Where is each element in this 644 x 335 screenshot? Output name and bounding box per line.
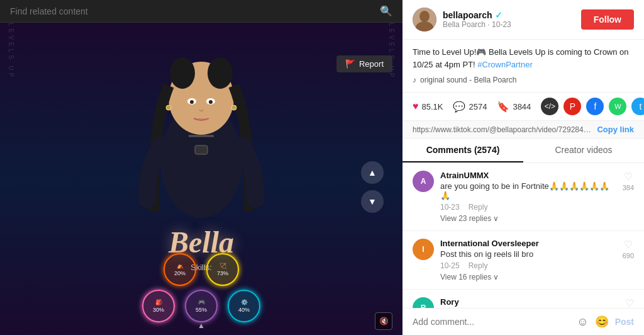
skill-icons: ⛺ 20% 🏹 73% 🎒 30% 🎮 55% [142, 253, 260, 322]
vertical-text-left: LEVELS UP [8, 23, 14, 335]
comment-text-2: Post this on ig reels lil bro [440, 249, 616, 259]
skill-bubble-5: ⚙️ 40% [228, 290, 260, 322]
post-stats: ♥ 85.1K 💬 2574 🔖 3844 </> P f W t ➦ [402, 93, 644, 121]
post-header: bellapoarch ✓ Bella Poarch · 10-23 Follo… [402, 0, 644, 40]
mute-icon: 🔇 [379, 317, 389, 326]
nav-up-button[interactable]: ▲ [361, 161, 384, 184]
comment-text-1: are you going to be in Fortnite🙏🙏🙏🙏🙏🙏🙏 [440, 181, 616, 200]
svg-point-13 [247, 193, 264, 208]
skill-icon-4: 🎮 [198, 299, 205, 305]
search-bar: 🔍 [0, 0, 402, 23]
add-comment-bar: ☺ 😊 Post [402, 308, 644, 335]
sound-line: ♪ original sound - Bella Poarch [413, 74, 634, 86]
commenter-avatar-3: R [413, 297, 434, 308]
view-replies-2[interactable]: View 16 replies ∨ [440, 273, 616, 281]
skill-pct-5: 40% [238, 307, 250, 313]
author-details: bellapoarch ✓ Bella Poarch · 10-23 [443, 10, 511, 29]
comment-meta-1: 10-23 Reply [440, 203, 616, 212]
comment-meta-2: 10-25 Reply [440, 261, 616, 270]
whatsapp-share-button[interactable]: W [609, 98, 626, 115]
verified-icon: ✓ [495, 10, 502, 20]
sound-text: original sound - Bella Poarch [420, 74, 516, 86]
skill-pct-3: 30% [153, 307, 164, 313]
link-bar: https://www.tiktok.com/@bellapoarch/vide… [402, 121, 644, 139]
post-link-url: https://www.tiktok.com/@bellapoarch/vide… [413, 125, 592, 134]
skill-bubble-3: 🎒 30% [142, 290, 175, 322]
comments-stat[interactable]: 💬 2574 [453, 101, 487, 113]
reply-button-1[interactable]: Reply [469, 203, 488, 212]
svg-rect-11 [195, 145, 208, 154]
character-illustration [113, 35, 289, 249]
search-icon[interactable]: 🔍 [380, 5, 392, 17]
svg-point-9 [231, 105, 236, 110]
skill-bubble-4: 🎮 55% [185, 290, 218, 322]
comment-like-1: ♡ 384 [623, 171, 634, 223]
likes-count: 85.1K [422, 102, 443, 111]
skill-pct-2: 73% [217, 270, 228, 276]
svg-point-6 [190, 100, 194, 104]
skill-bubble-2: 🏹 73% [206, 253, 239, 286]
flag-icon: 🚩 [345, 59, 355, 69]
author-handle: Bella Poarch · 10-23 [443, 20, 511, 29]
emoji-button-1[interactable]: ☺ [577, 315, 588, 329]
view-replies-1[interactable]: View 23 replies ∨ [440, 214, 616, 223]
avatar [413, 8, 436, 31]
commenter-avatar-2: I [413, 239, 434, 260]
skill-icon-3: 🎒 [155, 299, 162, 305]
reply-button-2[interactable]: Reply [469, 261, 488, 270]
copy-link-button[interactable]: Copy link [597, 125, 634, 134]
add-comment-input[interactable] [413, 317, 570, 327]
bookmarks-stat[interactable]: 🔖 3844 [497, 101, 531, 113]
commenter-name-3: Rory [440, 297, 619, 307]
svg-point-7 [209, 100, 213, 104]
comment-content-3: Rory COLLAB WITH KAYLA 10-26 Reply View … [440, 297, 619, 308]
comments-count: 2574 [469, 102, 487, 111]
left-panel: 🔍 LEVELS UP LEVELS UP [0, 0, 402, 335]
embed-share-button[interactable]: </> [541, 98, 558, 115]
comment-content-2: International Oversleeper Post this on i… [440, 239, 616, 281]
skill-pct-1: 20% [174, 270, 186, 276]
skill-bubble-1: ⛺ 20% [164, 253, 196, 286]
author-info: bellapoarch ✓ Bella Poarch · 10-23 [413, 8, 511, 31]
hashtag[interactable]: #CrownPartner [477, 60, 532, 69]
bottom-arrow[interactable]: ▲ [197, 321, 205, 330]
like-count-1: 384 [623, 184, 634, 191]
post-comment-button[interactable]: Post [615, 317, 634, 327]
nav-down-button[interactable]: ▼ [361, 190, 384, 213]
svg-point-8 [166, 105, 171, 110]
like-icon-2[interactable]: ♡ [624, 239, 633, 251]
like-count-2: 690 [623, 252, 634, 259]
skill-row-top: ⛺ 20% 🏹 73% [164, 253, 239, 286]
author-name: bellapoarch ✓ [443, 10, 511, 20]
follow-button[interactable]: Follow [581, 9, 634, 30]
mute-button[interactable]: 🔇 [375, 312, 392, 330]
video-container: LEVELS UP LEVELS UP [0, 23, 402, 335]
svg-point-2 [170, 57, 195, 89]
comment-icon: 💬 [453, 101, 465, 113]
search-input[interactable] [10, 6, 380, 16]
comment-date-1: 10-23 [440, 203, 460, 212]
music-icon: ♪ [413, 74, 416, 86]
report-label: Report [359, 59, 384, 69]
comment-item-2: I International Oversleeper Post this on… [402, 231, 644, 290]
like-icon-3[interactable]: ♡ [625, 297, 634, 308]
comment-like-3: ♡ 8 [625, 297, 634, 308]
tab-comments[interactable]: Comments (2574) [402, 139, 523, 162]
share-icons: </> P f W t ➦ [541, 98, 644, 115]
likes-stat[interactable]: ♥ 85.1K [413, 101, 443, 112]
author-name-text: bellapoarch [443, 10, 492, 20]
facebook-share-button[interactable]: f [586, 98, 604, 115]
heart-icon: ♥ [413, 101, 419, 112]
comment-content-1: AtrainUMMX are you going to be in Fortni… [440, 171, 616, 223]
commenter-name-1: AtrainUMMX [440, 171, 616, 180]
comments-list: A AtrainUMMX are you going to be in Fort… [402, 163, 644, 308]
pinterest-share-button[interactable]: P [564, 98, 581, 115]
svg-point-3 [208, 57, 233, 89]
like-icon-1[interactable]: ♡ [624, 171, 633, 183]
right-panel: bellapoarch ✓ Bella Poarch · 10-23 Follo… [402, 0, 644, 335]
commenter-avatar-1: A [413, 171, 434, 192]
tab-creator-videos[interactable]: Creator videos [523, 139, 644, 162]
emoji-button-2[interactable]: 😊 [595, 315, 609, 329]
report-button[interactable]: 🚩 Report [336, 55, 392, 72]
twitter-share-button[interactable]: t [631, 98, 644, 115]
